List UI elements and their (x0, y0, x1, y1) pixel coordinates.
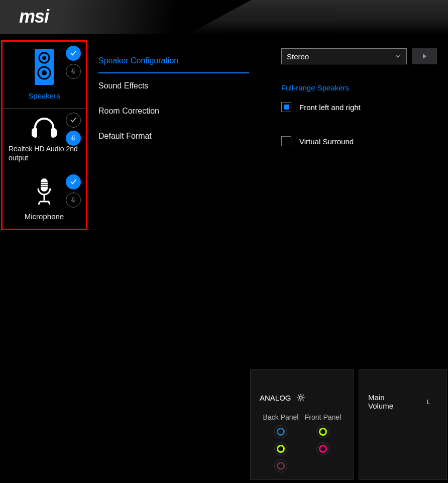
mic-badge[interactable] (66, 192, 81, 208)
volume-panel: Main Volume L (359, 369, 447, 480)
svg-line-23 (298, 400, 299, 401)
speaker-icon (35, 49, 54, 85)
svg-line-22 (303, 400, 304, 401)
device-highlight-box: Speakers Realtek HD Audio 2nd output (1, 40, 87, 230)
full-range-heading: Full-range Speakers (281, 83, 437, 92)
device-label: Realtek HD Audio 2nd output (6, 144, 83, 162)
jack-back-3[interactable] (274, 459, 287, 472)
jack-ring-icon (319, 445, 327, 453)
device-sidebar: Speakers Realtek HD Audio 2nd output (1, 40, 89, 442)
jack-ring-icon (319, 428, 327, 436)
svg-rect-7 (72, 198, 74, 201)
volume-channel-label: L (427, 398, 430, 406)
svg-rect-8 (41, 178, 48, 191)
device-badges (66, 113, 81, 146)
brand-logo: msi (19, 6, 49, 27)
option-label: Virtual Surround (299, 137, 354, 146)
default-check-badge[interactable] (66, 113, 81, 128)
checkbox-fill (284, 105, 289, 110)
device-realtek-2nd-output[interactable]: Realtek HD Audio 2nd output (3, 109, 86, 170)
option-front-left-right[interactable]: Front left and right (281, 102, 437, 112)
mic-badge[interactable] (66, 64, 81, 79)
analog-panel: ANALOG Back Panel Front Panel (250, 369, 354, 480)
mic-badge[interactable] (66, 131, 81, 146)
jack-ring-icon (277, 445, 285, 453)
device-label: Speakers (6, 91, 83, 100)
play-icon (421, 53, 428, 60)
checkbox[interactable] (281, 136, 291, 146)
svg-line-24 (303, 395, 304, 396)
svg-line-15 (49, 202, 50, 205)
device-badges (66, 174, 81, 208)
default-check-badge[interactable] (66, 46, 81, 61)
volume-header: Main Volume L (368, 393, 437, 410)
header-bar: msi (0, 0, 448, 34)
tab-room-correction[interactable]: Room Correction (98, 99, 249, 124)
tab-sound-effects[interactable]: Sound Effects (98, 73, 249, 99)
svg-point-16 (299, 396, 302, 399)
microphone-large-icon (35, 177, 54, 206)
channel-select[interactable]: Stereo (281, 48, 407, 64)
chevron-down-icon (394, 53, 401, 60)
option-label: Front left and right (299, 103, 361, 112)
svg-rect-6 (72, 136, 74, 139)
checkbox[interactable] (281, 102, 291, 112)
jack-ring-icon (277, 428, 285, 436)
test-play-button[interactable] (412, 48, 437, 64)
default-check-badge[interactable] (66, 174, 81, 189)
svg-line-21 (298, 395, 299, 396)
device-badges (66, 46, 81, 79)
front-panel-label: Front Panel (305, 413, 341, 421)
config-select-row: Stereo (281, 48, 437, 64)
microphone-icon (70, 135, 77, 142)
analog-title: ANALOG (260, 394, 291, 402)
config-panel: Stereo Full-range Speakers Front left an… (281, 48, 437, 146)
analog-header: ANALOG (260, 393, 344, 402)
svg-point-5 (42, 70, 47, 75)
channel-select-value: Stereo (287, 52, 309, 61)
jack-ring-icon (277, 462, 285, 470)
device-speakers[interactable]: Speakers (3, 42, 86, 109)
option-virtual-surround[interactable]: Virtual Surround (281, 136, 437, 146)
back-panel-label: Back Panel (263, 413, 299, 421)
svg-point-3 (42, 56, 46, 60)
check-icon (69, 49, 77, 57)
tab-default-format[interactable]: Default Format (98, 124, 249, 149)
device-label: Microphone (6, 212, 83, 221)
jack-back-2[interactable] (274, 442, 287, 455)
jack-grid: Back Panel Front Panel (260, 413, 344, 472)
check-icon (69, 116, 77, 124)
device-microphone[interactable]: Microphone (3, 170, 86, 229)
check-icon (69, 178, 77, 186)
volume-title: Main Volume (368, 393, 411, 410)
headphones-icon (32, 116, 57, 138)
gear-icon[interactable] (296, 393, 305, 402)
microphone-icon (70, 197, 77, 204)
svg-rect-0 (72, 69, 74, 72)
svg-line-14 (39, 202, 40, 205)
settings-tabs: Speaker Configuration Sound Effects Room… (98, 48, 249, 149)
tab-speaker-configuration[interactable]: Speaker Configuration (98, 48, 249, 73)
jack-front-2[interactable] (316, 442, 329, 455)
jack-back-1[interactable] (274, 425, 287, 438)
jack-front-1[interactable] (316, 425, 329, 438)
microphone-icon (70, 68, 77, 75)
